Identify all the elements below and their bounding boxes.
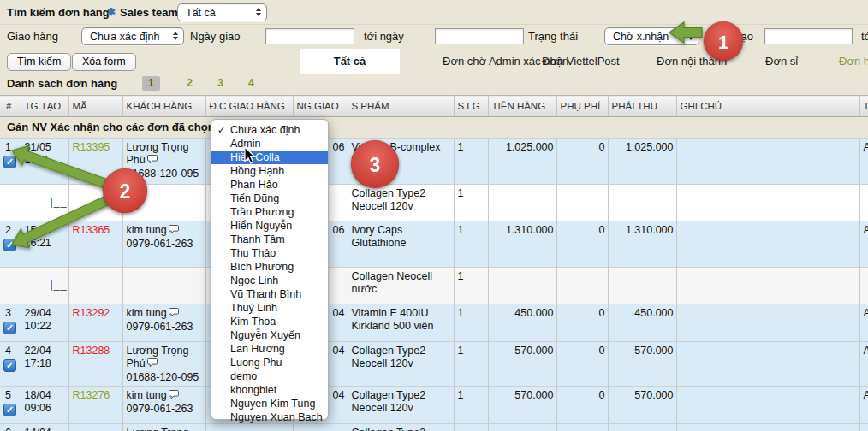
dropdown-item[interactable]: Hồng Hạnh (211, 164, 328, 178)
cell-quantity: 1 (454, 139, 488, 185)
order-code-link[interactable]: R13288 (73, 345, 110, 357)
cell-created: 18/0409:06 (21, 386, 68, 423)
dropdown-item[interactable]: Tiến Dũng (211, 192, 328, 205)
dropdown-item[interactable]: Hiển Nguyễn (211, 219, 328, 233)
table-row: 5✓18/0409:06R13276kim tung0979-061-26304… (0, 386, 868, 423)
note-bubble-icon[interactable] (147, 358, 158, 368)
dropdown-item-label: Nguyen Kim Tung (230, 398, 315, 410)
tab-5[interactable]: Đơn h (839, 49, 868, 74)
dropdown-item[interactable]: Hiền Colla (211, 151, 328, 164)
table-row: 1✓31/0515:45R13395Lương Trọng Phú01688-1… (0, 139, 868, 185)
tab-2[interactable]: Đơn ViettelPost (542, 49, 620, 74)
column-header-9: PHỤ PHÍ (556, 96, 608, 117)
dropdown-item[interactable]: Vũ Thanh Bình (211, 287, 328, 301)
created-date: 14/04 (25, 427, 66, 431)
row-number: 5 (3, 389, 18, 401)
dropdown-item[interactable]: Nguyễn Xuyến (211, 328, 328, 342)
column-header-1: TG.TẠO (21, 96, 68, 117)
cell-quantity: 1 (454, 386, 488, 423)
note-bubble-icon[interactable] (147, 155, 158, 164)
giao-hang-value: Chưa xác định (90, 31, 159, 43)
row-checkbox[interactable]: ✓ (3, 156, 16, 168)
cell-due: 450.000 (608, 304, 676, 342)
row-number: 3 (3, 307, 18, 319)
cell-address (205, 423, 293, 431)
giao-hang-select[interactable]: Chưa xác định (81, 27, 184, 45)
cell-select (0, 185, 21, 221)
table-header-row: #TG.TẠOMÃKHÁCH HÀNGĐ.C GIAO HÀNGNG.GIAOS… (0, 96, 868, 117)
dropdown-item[interactable]: khongbiet (211, 383, 328, 397)
column-header-6: S.PHẨM (348, 96, 454, 117)
page-link-4[interactable]: 4 (242, 76, 260, 91)
customer-phone: 01688-120-095 (127, 167, 203, 180)
row-number: 2 (3, 224, 18, 236)
dropdown-item[interactable]: Phan Hảo (211, 178, 328, 192)
select-arrows-icon (256, 8, 261, 16)
row-checkbox[interactable]: ✓ (3, 359, 16, 372)
dropdown-item[interactable]: Bích Phương (211, 260, 328, 274)
dropdown-item[interactable]: demo (211, 369, 328, 383)
dropdown-item[interactable]: Lan Hương (211, 342, 328, 356)
cell-quantity: 1 (454, 185, 488, 221)
cell-amount: 570.000 (488, 386, 556, 423)
row-checkbox[interactable]: ✓ (3, 404, 16, 416)
cell-customer: Lương Trọng (122, 423, 205, 431)
dropdown-item[interactable]: Thanh Tâm (211, 233, 328, 246)
cell-amount (488, 423, 556, 431)
dropdown-item-label: Chưa xác định (230, 124, 300, 136)
cell-product: Collagen Type2 (348, 423, 454, 431)
customer-phone: 0979-061-263 (127, 320, 203, 334)
dropdown-item[interactable]: Admin (211, 137, 328, 151)
row-checkbox[interactable]: ✓ (3, 239, 16, 251)
note-bubble-icon[interactable] (169, 390, 179, 399)
table-row: |__Collagen Type2 Neocell 120v1 (0, 185, 868, 221)
page-link-3[interactable]: 3 (211, 76, 229, 91)
customer-name: Lương Trọng (127, 427, 189, 431)
note-bubble-icon[interactable] (169, 225, 179, 234)
cell-order-code: R13288 (68, 342, 122, 387)
dropdown-item-label: khongbiet (230, 384, 276, 396)
dropdown-item-label: Thuỳ Linh (230, 302, 277, 314)
toi-ngay-input[interactable] (435, 28, 524, 44)
page-link-1[interactable]: 1 (142, 76, 160, 91)
dropdown-item[interactable]: Nguyen Xuan Bach (211, 410, 328, 424)
row-checkbox[interactable]: ✓ (3, 322, 16, 334)
ngay-giao-input[interactable] (265, 28, 354, 44)
column-header-7: S.LG (454, 96, 488, 117)
cell-status: A (859, 304, 868, 342)
cell-fee (556, 423, 608, 431)
dropdown-item[interactable]: Trần Phương (211, 205, 328, 219)
tab-4[interactable]: Đơn sỉ (765, 49, 798, 74)
cell-note (676, 386, 859, 423)
order-code-link[interactable]: R13276 (73, 389, 110, 401)
order-code-link[interactable]: R13395 (73, 141, 110, 153)
dropdown-item-label: Nguyen Xuan Bach (230, 411, 323, 423)
dropdown-item[interactable]: Nguyen Kim Tung (211, 397, 328, 410)
dropdown-item[interactable]: Kim Thoa (211, 315, 328, 328)
check-icon: ✓ (6, 404, 14, 415)
cell-customer (122, 268, 205, 304)
cell-order-code (68, 185, 122, 221)
order-code-link[interactable]: R13292 (73, 307, 110, 319)
ngay-tao-input[interactable] (764, 28, 853, 44)
dropdown-item[interactable]: Ngọc Linh (211, 274, 328, 287)
cell-order-code: R13276 (68, 386, 122, 423)
dropdown-item[interactable]: Thuỳ Linh (211, 301, 328, 315)
dropdown-item[interactable]: Thu Thảo (211, 246, 328, 260)
trang-thai-select[interactable]: Chờ x.nhận (604, 27, 699, 45)
tab-3[interactable]: Đơn nội thành (657, 49, 727, 74)
trang-thai-value: Chờ x.nhận (613, 31, 669, 43)
order-code-link[interactable]: R13365 (73, 224, 110, 236)
note-bubble-icon[interactable] (169, 308, 179, 317)
dropdown-item[interactable]: Luong Phu (211, 356, 328, 369)
clear-form-button[interactable]: Xóa form (72, 53, 136, 71)
created-time: 10:22 (25, 320, 66, 333)
cell-due: 1.310.000 (608, 221, 676, 268)
dropdown-item[interactable]: ✓Chưa xác định (211, 123, 328, 137)
tab-0[interactable]: Tất cả (300, 49, 400, 74)
cell-order-code: R13365 (68, 221, 122, 268)
sales-team-select[interactable]: Tất cả (177, 3, 267, 21)
search-button[interactable]: Tìm kiếm (7, 53, 71, 71)
page-link-2[interactable]: 2 (181, 76, 199, 91)
cell-customer: kim tung0979-061-263 (122, 386, 205, 423)
